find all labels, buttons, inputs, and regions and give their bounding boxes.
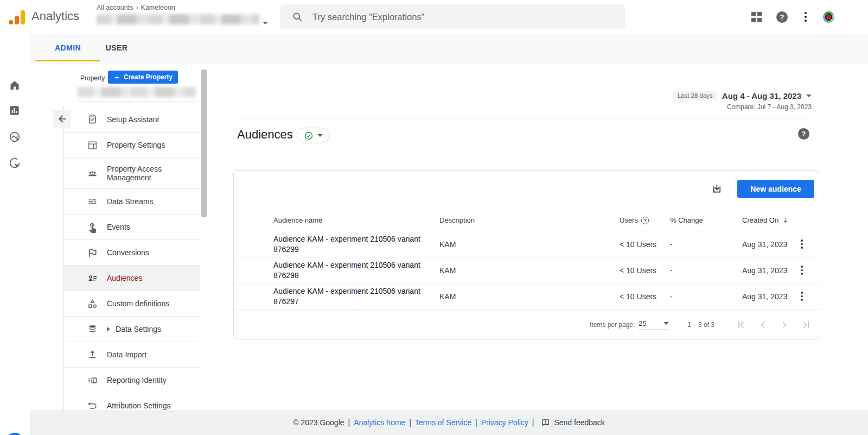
- admin-gear-icon[interactable]: [5, 433, 25, 435]
- sidebar-item-custom-definitions[interactable]: Custom definitions: [64, 291, 200, 316]
- audience-name-link[interactable]: Audience KAM - experiment 210506 variant…: [273, 286, 439, 307]
- account-switcher[interactable]: All accounts › Kameleoon: [97, 4, 259, 24]
- breadcrumb-accounts[interactable]: All accounts: [97, 4, 133, 11]
- page-title: Audiences: [237, 128, 293, 142]
- column-header-created-on[interactable]: Created On: [742, 216, 801, 224]
- audience-name-link[interactable]: Audience KAM - experiment 210506 variant…: [273, 260, 439, 281]
- page-footer: © 2023 Google | Analytics home | Terms o…: [30, 410, 868, 435]
- audience-change: -: [670, 292, 742, 301]
- column-header-users[interactable]: Users ?: [620, 216, 670, 224]
- sort-descending-icon: [782, 216, 790, 224]
- date-range-value: Aug 4 - Aug 31, 2023: [722, 91, 801, 100]
- breadcrumb-separator-icon: ›: [136, 4, 138, 11]
- ga-admin-page: Analytics All accounts › Kameleoon ?: [0, 0, 868, 435]
- account-caret-icon: [263, 22, 268, 24]
- table-header-row: Audience name Description Users ? % Chan…: [234, 210, 820, 231]
- more-options-icon[interactable]: [805, 12, 807, 22]
- collapse-sidebar-button[interactable]: [53, 110, 71, 128]
- create-property-button[interactable]: Create Property: [108, 71, 178, 84]
- sidebar-item-property-settings[interactable]: Property Settings: [64, 132, 200, 157]
- breadcrumb: All accounts › Kameleoon: [97, 4, 259, 11]
- users-help-icon[interactable]: ?: [641, 217, 649, 224]
- sidebar-item-property-access-management[interactable]: Property Access Management: [64, 157, 200, 188]
- help-icon[interactable]: ?: [776, 11, 788, 23]
- column-header-change[interactable]: % Change: [670, 216, 742, 224]
- property-settings-icon: [87, 140, 98, 151]
- audience-name-link[interactable]: Audience KAM - experiment 210506 variant…: [273, 234, 439, 255]
- expand-icon: [107, 327, 110, 331]
- sidebar-item-events[interactable]: Events: [64, 214, 200, 239]
- row-more-options-icon[interactable]: [801, 266, 820, 275]
- new-audience-button[interactable]: New audience: [737, 180, 814, 198]
- product-name: Analytics: [31, 9, 79, 23]
- audience-created: Aug 31, 2023: [742, 240, 801, 249]
- explore-icon[interactable]: [8, 130, 21, 143]
- data-import-icon: [87, 349, 98, 361]
- status-caret-icon: [317, 134, 323, 137]
- sidebar-scrollbar-thumb[interactable]: [201, 70, 207, 217]
- tab-admin[interactable]: ADMIN: [35, 34, 100, 61]
- column-header-description[interactable]: Description: [439, 216, 620, 224]
- date-preset-badge: Last 28 days: [673, 91, 717, 100]
- audience-users: < 10 Users: [620, 240, 670, 249]
- search-input[interactable]: [311, 11, 596, 23]
- row-more-options-icon[interactable]: [801, 292, 820, 301]
- table-body: Audience KAM - experiment 210506 variant…: [234, 231, 820, 310]
- sidebar-item-setup-assistant[interactable]: Setup Assistant: [64, 106, 200, 132]
- blurred-sidebar-property-name: [78, 87, 196, 97]
- sidebar-item-data-streams[interactable]: Data Streams: [64, 188, 200, 214]
- advertising-icon[interactable]: [8, 156, 21, 169]
- breadcrumb-org[interactable]: Kameleoon: [141, 4, 175, 11]
- collection-status-pill[interactable]: [297, 128, 329, 143]
- search-icon: [292, 11, 303, 22]
- date-range-selector[interactable]: Last 28 days Aug 4 - Aug 31, 2023 Compar…: [673, 91, 812, 111]
- items-per-page-select[interactable]: 25: [639, 319, 669, 330]
- reporting-identity-icon: [87, 375, 98, 386]
- audience-users: < 10 Users: [620, 266, 670, 275]
- reports-icon[interactable]: [8, 104, 21, 117]
- table-row[interactable]: Audience KAM - experiment 210506 variant…: [234, 231, 820, 257]
- avatar[interactable]: [823, 11, 834, 23]
- sidebar-item-data-settings[interactable]: Data Settings: [64, 316, 200, 342]
- search-bar[interactable]: [280, 4, 626, 29]
- send-feedback-button[interactable]: Send feedback: [541, 418, 604, 427]
- active-tab-underline: [35, 60, 100, 61]
- footer-link-analytics-home[interactable]: Analytics home: [354, 418, 405, 427]
- audience-change: -: [670, 266, 742, 275]
- download-icon[interactable]: [711, 183, 723, 194]
- pagination-range-label: 1 – 3 of 3: [687, 321, 714, 329]
- page-help-icon[interactable]: ?: [798, 128, 809, 140]
- analytics-logo-icon[interactable]: [9, 9, 26, 25]
- feedback-icon: [541, 418, 550, 427]
- blurred-property-name[interactable]: [97, 14, 259, 24]
- table-row[interactable]: Audience KAM - experiment 210506 variant…: [234, 283, 820, 310]
- items-per-page-label: Items per page:: [590, 321, 635, 329]
- home-icon[interactable]: [8, 79, 21, 92]
- row-more-options-icon[interactable]: [801, 239, 820, 249]
- sidebar-item-audiences[interactable]: Audiences: [64, 265, 200, 291]
- footer-link-terms[interactable]: Terms of Service: [415, 418, 471, 427]
- data-settings-icon: [87, 324, 98, 335]
- first-page-button[interactable]: [736, 319, 746, 330]
- audiences-table-card: New audience Audience name Description U…: [233, 170, 820, 339]
- plus-icon: [113, 74, 120, 81]
- footer-link-privacy[interactable]: Privacy Policy: [481, 418, 528, 427]
- sidebar-item-data-import[interactable]: Data Import: [64, 342, 200, 367]
- setup-assistant-icon: [87, 114, 98, 125]
- events-icon: [87, 222, 98, 233]
- last-page-button[interactable]: [801, 319, 812, 330]
- sidebar-item-reporting-identity[interactable]: Reporting Identity: [64, 367, 200, 393]
- apps-grid-icon[interactable]: [751, 12, 762, 22]
- column-header-audience-name[interactable]: Audience name: [273, 216, 439, 224]
- audience-change: -: [670, 240, 742, 249]
- sidebar-item-conversions[interactable]: Conversions: [64, 239, 200, 265]
- date-caret-icon: [806, 94, 812, 97]
- audience-description: KAM: [439, 266, 620, 275]
- audience-description: KAM: [439, 240, 620, 249]
- next-page-button[interactable]: [779, 319, 790, 330]
- tab-user[interactable]: USER: [95, 34, 138, 61]
- copyright: © 2023 Google: [293, 418, 344, 427]
- left-nav-rail: [0, 34, 30, 435]
- previous-page-button[interactable]: [757, 319, 768, 330]
- table-row[interactable]: Audience KAM - experiment 210506 variant…: [234, 257, 820, 283]
